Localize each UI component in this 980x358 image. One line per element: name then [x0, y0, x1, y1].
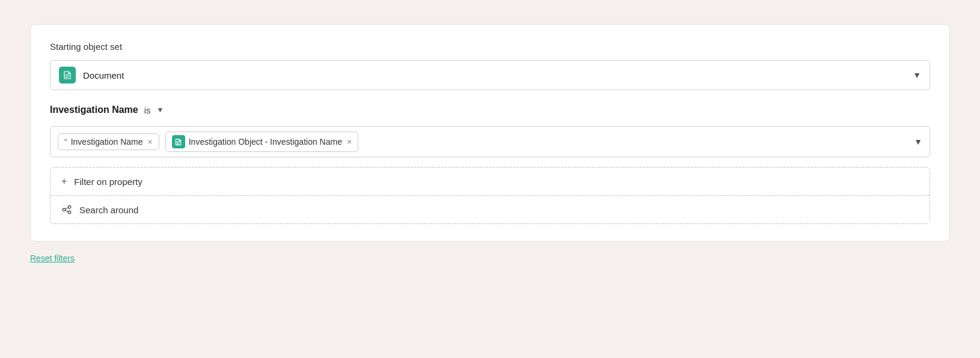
tag-investigation-object-label: Investigation Object - Investigation Nam…	[189, 137, 342, 147]
svg-point-1	[68, 205, 71, 208]
filter-operator-label: is	[144, 105, 151, 115]
search-around-svg	[61, 204, 72, 215]
svg-line-3	[66, 208, 69, 210]
filter-row: Investigation Name is ▼	[50, 105, 930, 115]
tag-investigation-object-remove[interactable]: ×	[347, 138, 352, 146]
reset-filters-link[interactable]: Reset filters	[30, 253, 950, 263]
document-dropdown-chevron[interactable]: ▼	[913, 70, 921, 80]
search-around-icon	[61, 204, 72, 215]
plus-icon: +	[61, 176, 67, 187]
document-select-text: Document	[83, 70, 913, 80]
search-around-action[interactable]: Search around	[51, 196, 929, 223]
filter-on-property-action[interactable]: + Filter on property	[51, 168, 929, 196]
tag-investigation-name-label: Investigation Name	[71, 137, 143, 147]
tags-dropdown-chevron[interactable]: ▼	[914, 137, 922, 147]
document-icon	[59, 67, 76, 83]
tags-container: “ Investigation Name × Investigation Obj…	[50, 126, 930, 157]
page-container: Starting object set Document ▼ Investiga…	[12, 12, 968, 358]
teal-document-svg	[174, 138, 182, 146]
main-panel: Starting object set Document ▼ Investiga…	[30, 24, 950, 241]
search-around-label: Search around	[79, 205, 138, 215]
starting-object-set-label: Starting object set	[50, 41, 930, 52]
filter-operator-dropdown[interactable]: ▼	[157, 106, 164, 114]
starting-object-dropdown[interactable]: Document ▼	[50, 60, 930, 90]
svg-point-2	[68, 211, 71, 214]
operator-chevron-icon: ▼	[157, 106, 164, 114]
tag-investigation-name-remove[interactable]: ×	[148, 138, 153, 146]
actions-container: + Filter on property Search around	[50, 167, 930, 224]
document-svg	[63, 70, 72, 80]
filter-on-property-label: Filter on property	[74, 177, 142, 187]
teal-document-icon	[172, 135, 185, 148]
filter-field-name: Investigation Name	[50, 105, 138, 115]
svg-line-4	[66, 210, 69, 212]
tag-investigation-object: Investigation Object - Investigation Nam…	[165, 132, 358, 152]
quote-icon: “	[64, 137, 67, 147]
svg-point-0	[63, 208, 66, 211]
tag-investigation-name: “ Investigation Name ×	[58, 133, 159, 150]
